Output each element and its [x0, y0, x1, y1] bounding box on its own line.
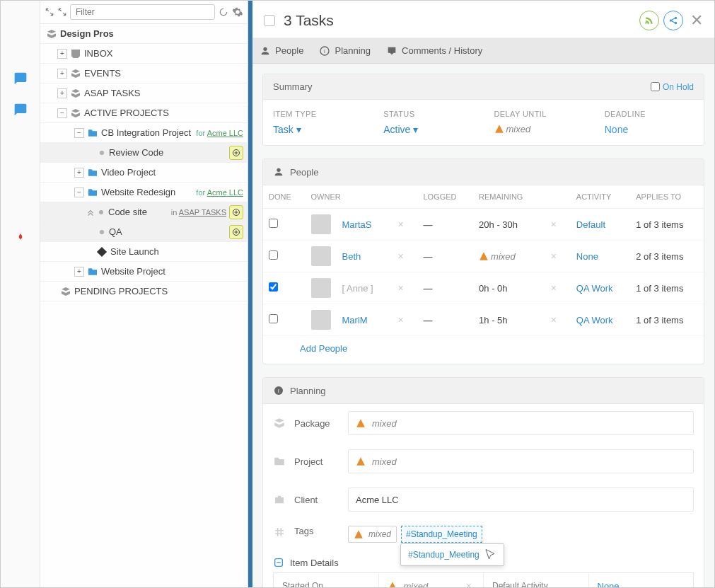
package-icon: [46, 28, 57, 40]
remove-owner[interactable]: ×: [395, 282, 406, 294]
filter-input[interactable]: [70, 4, 215, 20]
done-checkbox[interactable]: [269, 282, 278, 292]
rss-button[interactable]: [639, 11, 659, 30]
hash-icon: [273, 526, 286, 538]
flame-icon[interactable]: [16, 233, 25, 243]
add-badge[interactable]: [229, 225, 243, 239]
people-table: DONE OWNER LOGGED REMAINING ACTIVITY APP…: [263, 185, 704, 336]
tree-qa[interactable]: QA: [40, 222, 248, 242]
clear-remaining[interactable]: ×: [548, 314, 559, 325]
tree-website-project[interactable]: + Website Project: [40, 262, 248, 282]
expander[interactable]: +: [57, 88, 67, 98]
tree-code-site[interactable]: Code site in ASAP TASKS: [40, 202, 248, 222]
activity-value[interactable]: QA Work: [571, 272, 630, 304]
tree-pending[interactable]: PENDING PROJECTS: [40, 282, 248, 301]
status-select[interactable]: Active ▾: [383, 124, 472, 135]
project-field[interactable]: mixed: [348, 449, 694, 473]
tag-autocomplete-dropdown[interactable]: #Standup_Meeting: [400, 543, 504, 566]
done-checkbox[interactable]: [269, 314, 278, 323]
remove-owner[interactable]: ×: [395, 314, 406, 325]
cursor-icon: [484, 548, 496, 561]
remove-owner[interactable]: ×: [395, 250, 406, 262]
tree-site-launch[interactable]: Site Launch: [40, 242, 248, 262]
remaining-value[interactable]: 20h - 30h: [473, 209, 542, 241]
expander[interactable]: +: [57, 69, 67, 79]
owner-name[interactable]: Beth: [337, 241, 390, 272]
clear-remaining[interactable]: ×: [548, 219, 559, 230]
collapse-icon[interactable]: [273, 557, 284, 568]
remove-owner[interactable]: ×: [395, 219, 406, 230]
expander[interactable]: −: [57, 108, 67, 118]
client-link[interactable]: Acme LLC: [207, 188, 243, 197]
expander[interactable]: +: [57, 49, 67, 59]
remaining-value[interactable]: 1h - 5h: [473, 304, 542, 336]
close-button[interactable]: ✕: [690, 11, 703, 30]
add-badge[interactable]: [229, 146, 243, 160]
delay-value[interactable]: mixed: [494, 124, 583, 134]
owner-name[interactable]: MartaS: [337, 209, 390, 241]
chat-icon-2[interactable]: [13, 103, 28, 117]
owner-name[interactable]: MariM: [337, 304, 390, 336]
tag-mixed-chip[interactable]: mixed: [348, 526, 397, 543]
tree-review-code[interactable]: Review Code: [40, 143, 248, 163]
svg-point-9: [277, 168, 280, 172]
left-icon-rail: [1, 1, 40, 587]
tree-root[interactable]: Design Pros: [40, 24, 248, 44]
applies-to-value: 1 of 3 items: [630, 272, 704, 304]
package-icon: [273, 417, 286, 430]
expand-out-icon[interactable]: [57, 7, 67, 17]
tree-video-project[interactable]: + Video Project: [40, 163, 248, 183]
activity-value[interactable]: QA Work: [571, 304, 630, 336]
people-card: People DONE OWNER LOGGED REMAINING ACTIV…: [262, 158, 704, 364]
bullet-icon: [100, 151, 104, 155]
clear-remaining[interactable]: ×: [548, 282, 559, 294]
owner-name[interactable]: [ Anne ]: [337, 272, 390, 304]
activity-value[interactable]: Default: [571, 209, 630, 241]
tree-asap[interactable]: + ASAP TASKS: [40, 83, 248, 103]
onhold-toggle[interactable]: On Hold: [651, 82, 694, 92]
tree-events[interactable]: + EVENTS: [40, 64, 248, 83]
clear-icon[interactable]: ×: [463, 580, 475, 587]
add-people-link[interactable]: Add People: [263, 336, 704, 364]
warning-icon: [494, 124, 504, 134]
collapse-in-icon[interactable]: [45, 7, 54, 17]
gear-icon[interactable]: [232, 6, 243, 18]
activity-value[interactable]: None: [571, 241, 630, 272]
client-link[interactable]: Acme LLC: [207, 129, 243, 137]
inbox-icon: [70, 48, 81, 59]
refresh-icon[interactable]: [218, 6, 229, 18]
avatar: [311, 214, 331, 234]
default-activity-value[interactable]: None: [589, 573, 694, 587]
add-badge[interactable]: [229, 205, 243, 219]
client-field[interactable]: Acme LLC: [348, 488, 694, 512]
item-type-select[interactable]: Task ▾: [273, 124, 362, 135]
done-checkbox[interactable]: [269, 250, 278, 260]
select-all-checkbox[interactable]: [264, 15, 275, 26]
expander[interactable]: +: [74, 267, 84, 277]
chat-icon[interactable]: [13, 71, 28, 86]
expander[interactable]: +: [74, 168, 84, 178]
avatar: [311, 278, 331, 298]
tag-input[interactable]: #Standup_Meeting #Standup_Meeting: [401, 526, 482, 543]
started-on-value[interactable]: mixed×: [379, 573, 484, 587]
tab-planning[interactable]: iPlanning: [319, 45, 371, 57]
tree-inbox[interactable]: + INBOX: [40, 44, 248, 64]
deadline-value[interactable]: None: [605, 124, 694, 135]
tab-people[interactable]: People: [260, 45, 303, 57]
remaining-value[interactable]: mixed: [473, 241, 542, 272]
context-link[interactable]: ASAP TASKS: [179, 208, 226, 217]
panel-title: 3 Tasks: [284, 12, 635, 29]
project-sidebar: Design Pros + INBOX + EVENTS + ASAP TASK…: [40, 1, 248, 587]
done-checkbox[interactable]: [269, 219, 278, 228]
clear-remaining[interactable]: ×: [548, 250, 559, 262]
tree-cb-project[interactable]: − CB Integration Project for Acme LLC: [40, 123, 248, 143]
share-button[interactable]: [663, 11, 683, 30]
tab-comments[interactable]: Comments / History: [386, 45, 482, 57]
tree-website-redesign[interactable]: − Website Redesign for Acme LLC: [40, 183, 248, 202]
package-field[interactable]: mixed: [348, 411, 694, 435]
svg-text:i: i: [278, 388, 279, 394]
expander[interactable]: −: [74, 128, 84, 138]
tree-active[interactable]: − ACTIVE PROJECTS: [40, 103, 248, 123]
remaining-value[interactable]: 0h - 0h: [473, 272, 542, 304]
expander[interactable]: −: [74, 188, 84, 197]
